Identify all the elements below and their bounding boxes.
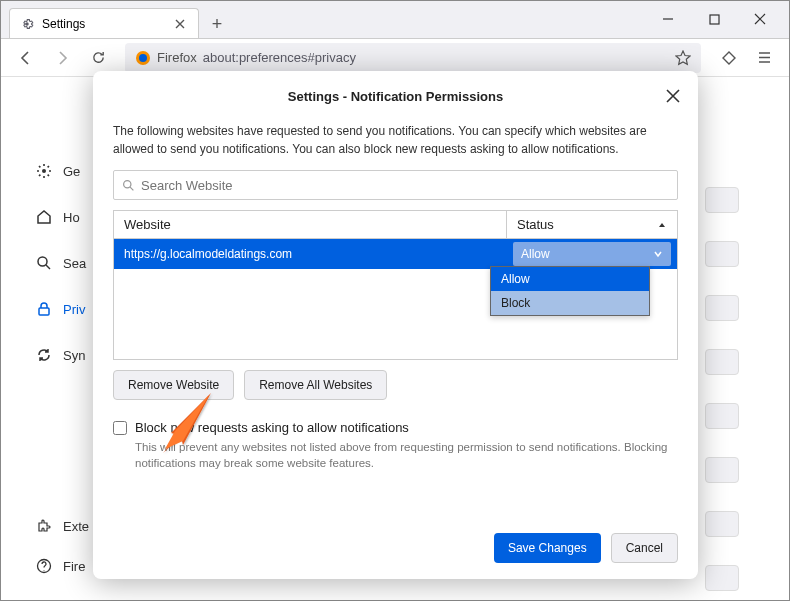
background-settings-buttons [705,187,739,601]
remove-all-websites-button[interactable]: Remove All Websites [244,370,387,400]
sidebar-item-label: Priv [63,302,85,317]
save-changes-button[interactable]: Save Changes [494,533,601,563]
notification-permissions-modal: Settings - Notification Permissions The … [93,71,698,579]
column-website[interactable]: Website [114,211,507,238]
maximize-button[interactable] [691,4,737,34]
modal-title: Settings - Notification Permissions [113,89,678,104]
reload-button[interactable] [83,43,113,73]
sidebar-item-label: Exte [63,519,89,534]
table-header: Website Status [114,211,677,239]
tab-title: Settings [42,17,85,31]
status-dropdown: Allow Block [490,266,650,316]
sidebar-item-extensions[interactable]: Exte [35,512,89,540]
close-window-button[interactable] [737,4,783,34]
url-scheme-label: Firefox [157,50,197,65]
help-icon [35,557,53,575]
svg-point-4 [38,257,47,266]
sidebar-item-label: Ge [63,164,80,179]
firefox-icon [135,50,151,66]
cancel-button[interactable]: Cancel [611,533,678,563]
url-text: about:preferences#privacy [203,50,356,65]
search-icon [122,179,135,192]
sidebar-item-search[interactable]: Sea [35,249,95,277]
svg-rect-0 [710,15,719,24]
app-menu-button[interactable] [749,43,779,73]
chevron-down-icon [653,249,663,259]
puzzle-icon [35,517,53,535]
dropdown-option-block[interactable]: Block [491,291,649,315]
remove-buttons-row: Remove Website Remove All Websites [113,370,678,400]
search-field[interactable] [141,178,669,193]
home-icon [35,208,53,226]
browser-tab[interactable]: Settings [9,8,199,38]
extensions-button[interactable] [713,43,743,73]
settings-sidebar: Ge Ho Sea Priv Syn [35,157,95,369]
address-bar[interactable]: Firefox about:preferences#privacy [125,43,701,73]
checkbox-label: Block new requests asking to allow notif… [135,420,409,435]
sidebar-item-label: Sea [63,256,86,271]
sidebar-item-general[interactable]: Ge [35,157,95,185]
modal-footer: Save Changes Cancel [494,533,678,563]
browser-window: Settings + Firefox about:preferences#pri… [0,0,790,601]
bookmark-star-icon[interactable] [675,50,691,66]
svg-point-7 [124,180,131,187]
svg-point-2 [139,54,147,62]
search-icon [35,254,53,272]
sidebar-item-label: Ho [63,210,80,225]
svg-point-3 [42,169,46,173]
block-new-requests-row: Block new requests asking to allow notif… [113,420,678,435]
new-tab-button[interactable]: + [203,10,231,38]
block-new-requests-checkbox[interactable] [113,421,127,435]
modal-description: The following websites have requested to… [113,122,678,158]
sidebar-item-sync[interactable]: Syn [35,341,95,369]
sort-arrow-icon [657,220,667,230]
forward-button[interactable] [47,43,77,73]
table-row[interactable]: https://g.localmodeldatings.com Allow [114,239,677,269]
minimize-button[interactable] [645,4,691,34]
lock-icon [35,300,53,318]
sidebar-item-home[interactable]: Ho [35,203,95,231]
remove-website-button[interactable]: Remove Website [113,370,234,400]
sidebar-item-label: Syn [63,348,85,363]
cell-website: https://g.localmodeldatings.com [114,247,507,261]
dropdown-option-allow[interactable]: Allow [491,267,649,291]
sidebar-bottom: Exte Fire [35,512,89,580]
gear-icon [35,162,53,180]
svg-rect-5 [39,308,49,315]
sync-icon [35,346,53,364]
sidebar-item-privacy[interactable]: Priv [35,295,95,323]
gear-icon [20,17,34,31]
back-button[interactable] [11,43,41,73]
sidebar-item-label: Fire [63,559,85,574]
status-select[interactable]: Allow [513,242,671,266]
sidebar-item-firefox-support[interactable]: Fire [35,552,89,580]
modal-close-button[interactable] [662,85,684,107]
close-tab-button[interactable] [172,16,188,32]
column-status[interactable]: Status [507,217,677,232]
tab-bar: Settings + [1,1,789,39]
window-controls [645,1,783,37]
checkbox-help-text: This will prevent any websites not liste… [135,439,678,471]
search-website-input[interactable] [113,170,678,200]
